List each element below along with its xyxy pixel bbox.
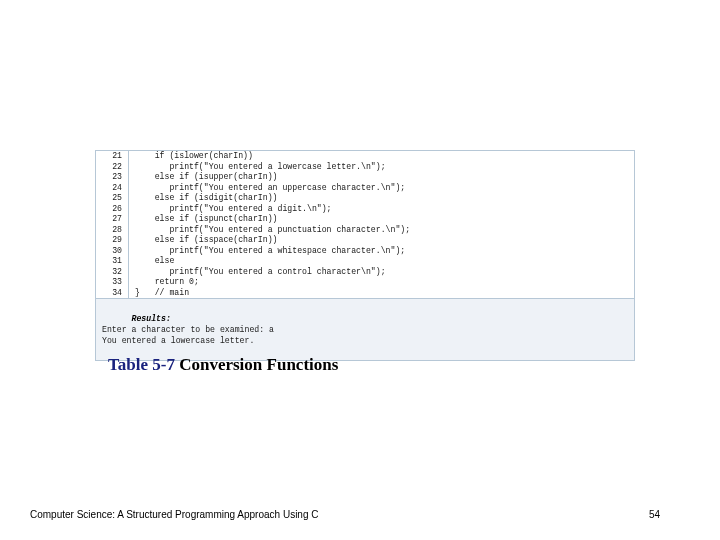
- line-number: 26: [96, 204, 129, 215]
- code-text: } // main: [129, 288, 634, 299]
- code-text: return 0;: [129, 277, 634, 288]
- code-row: 25 else if (isdigit(charIn)): [96, 193, 634, 204]
- code-row: 34} // main: [96, 288, 634, 299]
- footer-page-number: 54: [649, 509, 660, 520]
- line-number: 22: [96, 162, 129, 173]
- table-caption: Table 5-7 Conversion Functions: [108, 355, 338, 375]
- line-number: 23: [96, 172, 129, 183]
- line-number: 21: [96, 151, 129, 162]
- code-text: else if (isspace(charIn)): [129, 235, 634, 246]
- code-text: else if (ispunct(charIn)): [129, 214, 634, 225]
- line-number: 24: [96, 183, 129, 194]
- caption-lead: Table 5-7: [108, 355, 179, 374]
- line-number: 28: [96, 225, 129, 236]
- results-panel: Results: Enter a character to be examine…: [96, 298, 634, 360]
- code-row: 21 if (islower(charIn)): [96, 151, 634, 162]
- line-number: 27: [96, 214, 129, 225]
- code-text: printf("You entered a lowercase letter.\…: [129, 162, 634, 173]
- code-text: else if (isupper(charIn)): [129, 172, 634, 183]
- results-line: You entered a lowercase letter.: [102, 336, 254, 345]
- caption-title: Conversion Functions: [179, 355, 338, 374]
- code-text: printf("You entered an uppercase charact…: [129, 183, 634, 194]
- line-number: 25: [96, 193, 129, 204]
- code-text: printf("You entered a whitespace charact…: [129, 246, 634, 257]
- code-row: 30 printf("You entered a whitespace char…: [96, 246, 634, 257]
- code-text: if (islower(charIn)): [129, 151, 634, 162]
- code-text: printf("You entered a control character\…: [129, 267, 634, 278]
- results-line: Enter a character to be examined: a: [102, 325, 274, 334]
- line-number: 29: [96, 235, 129, 246]
- code-text: printf("You entered a digit.\n");: [129, 204, 634, 215]
- slide: 21 if (islower(charIn))22 printf("You en…: [0, 0, 720, 540]
- code-listing: 21 if (islower(charIn))22 printf("You en…: [95, 150, 635, 361]
- line-number: 32: [96, 267, 129, 278]
- line-number: 30: [96, 246, 129, 257]
- code-row: 33 return 0;: [96, 277, 634, 288]
- line-number: 33: [96, 277, 129, 288]
- code-lines: 21 if (islower(charIn))22 printf("You en…: [96, 151, 634, 298]
- code-row: 31 else: [96, 256, 634, 267]
- line-number: 34: [96, 288, 129, 299]
- code-text: printf("You entered a punctuation charac…: [129, 225, 634, 236]
- code-text: else: [129, 256, 634, 267]
- line-number: 31: [96, 256, 129, 267]
- footer-book-title: Computer Science: A Structured Programmi…: [30, 509, 318, 520]
- code-row: 32 printf("You entered a control charact…: [96, 267, 634, 278]
- code-text: else if (isdigit(charIn)): [129, 193, 634, 204]
- code-row: 22 printf("You entered a lowercase lette…: [96, 162, 634, 173]
- code-row: 28 printf("You entered a punctuation cha…: [96, 225, 634, 236]
- code-row: 29 else if (isspace(charIn)): [96, 235, 634, 246]
- code-row: 27 else if (ispunct(charIn)): [96, 214, 634, 225]
- results-header: Results:: [131, 314, 170, 323]
- code-row: 24 printf("You entered an uppercase char…: [96, 183, 634, 194]
- code-row: 26 printf("You entered a digit.\n");: [96, 204, 634, 215]
- code-row: 23 else if (isupper(charIn)): [96, 172, 634, 183]
